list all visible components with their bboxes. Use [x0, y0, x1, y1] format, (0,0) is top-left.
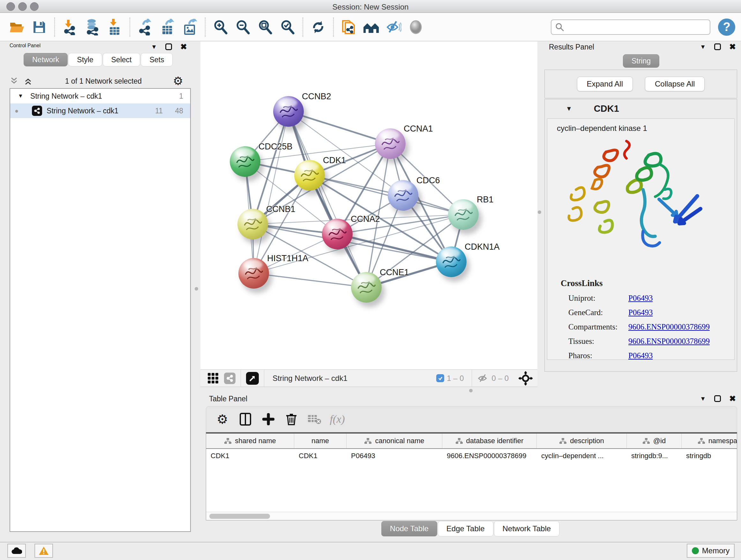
table-cell[interactable]: 9606.ENSP00000378699: [442, 449, 537, 463]
edge-CDK1-RB1[interactable]: [310, 175, 463, 214]
float-panel-icon[interactable]: ▼: [151, 44, 157, 51]
results-entry-header[interactable]: ▼ CDK1: [545, 99, 737, 118]
navigator-crosshair-icon[interactable]: [518, 371, 533, 386]
node-cdk1[interactable]: [294, 160, 325, 191]
export-network-button[interactable]: [136, 18, 154, 36]
column-header-canonical-name[interactable]: canonical name: [347, 434, 442, 448]
import-network-file-button[interactable]: [61, 18, 79, 36]
zoom-selected-button[interactable]: [279, 18, 296, 36]
network-share-view-icon[interactable]: [224, 373, 235, 384]
create-column-icon[interactable]: [259, 410, 278, 428]
collection-expand-icon[interactable]: ▼: [18, 93, 23, 99]
expand-all-chevron-icon[interactable]: [24, 77, 34, 85]
node-cdc6[interactable]: [388, 180, 418, 211]
column-header-database-identifier[interactable]: database identifier: [442, 434, 537, 448]
node-ccna2[interactable]: [322, 219, 353, 249]
edge-HIST1H1A-CCNE1[interactable]: [254, 273, 366, 287]
import-table-button[interactable]: [106, 18, 124, 36]
network-collection-row[interactable]: ▼ String Network – cdk1 1: [10, 89, 190, 104]
float-panel-icon[interactable]: ▼: [700, 395, 706, 402]
node-cdkn1a[interactable]: [436, 246, 467, 277]
hide-unhide-button[interactable]: [385, 18, 402, 36]
column-header-description[interactable]: description: [537, 434, 627, 448]
zoom-fit-button[interactable]: [256, 18, 274, 36]
network-row[interactable]: ● String Network – cdk1 11 48: [10, 104, 190, 118]
network-canvas[interactable]: CCNB2CCNA1CDC25BCDK1CDC6RB1CCNB1CCNA2CDK…: [200, 42, 537, 369]
column-header-name[interactable]: name: [294, 434, 347, 448]
close-panel-icon[interactable]: ✖: [729, 394, 736, 403]
node-ccna1[interactable]: [375, 128, 406, 159]
memory-button[interactable]: Memory: [687, 544, 735, 558]
tab-style[interactable]: Style: [68, 53, 102, 66]
zoom-out-button[interactable]: [234, 18, 252, 36]
search-input[interactable]: [551, 19, 711, 35]
table-cell[interactable]: CDK1: [294, 449, 347, 463]
crosslink-value-link[interactable]: 9606.ENSP00000378699: [628, 337, 710, 346]
grid-view-icon[interactable]: [207, 373, 219, 384]
import-network-database-button[interactable]: [83, 18, 101, 36]
edge-CCNB2-HIST1H1A[interactable]: [254, 111, 288, 273]
warning-status-button[interactable]: [35, 544, 53, 558]
table-cell[interactable]: stringdb:9...: [627, 449, 682, 463]
table-row[interactable]: CDK1CDK1P064939606.ENSP00000378699cyclin…: [206, 449, 737, 463]
network-options-gear-icon[interactable]: ⚙: [173, 75, 183, 87]
help-button[interactable]: ?: [718, 18, 735, 36]
node-ccnb1[interactable]: [238, 209, 268, 240]
entry-collapse-icon[interactable]: ▼: [566, 105, 572, 112]
maximize-panel-icon[interactable]: [714, 44, 721, 50]
delete-column-icon[interactable]: [282, 410, 300, 428]
table-cell[interactable]: stringdb: [682, 449, 737, 463]
table-cell[interactable]: cyclin–dependent ...: [537, 449, 627, 463]
table-cell[interactable]: P06493: [347, 449, 442, 463]
function-builder-icon[interactable]: f(x): [328, 410, 347, 428]
close-panel-icon[interactable]: ✖: [180, 42, 187, 51]
detach-view-icon[interactable]: [246, 372, 259, 385]
refresh-button[interactable]: [309, 18, 327, 36]
close-panel-icon[interactable]: ✖: [729, 42, 736, 51]
show-columns-icon[interactable]: [236, 410, 255, 428]
maximize-panel-icon[interactable]: [165, 44, 172, 50]
tab-sets[interactable]: Sets: [141, 53, 173, 66]
open-session-button[interactable]: [8, 18, 26, 36]
tab-network[interactable]: Network: [23, 53, 68, 66]
node-hist1h1a[interactable]: [239, 258, 269, 289]
table-cell[interactable]: CDK1: [206, 449, 294, 463]
column-header-shared-name[interactable]: shared name: [206, 434, 294, 448]
tab-edge-table[interactable]: Edge Table: [438, 521, 493, 537]
crosslink-value-link[interactable]: P06493: [628, 294, 653, 303]
export-table-button[interactable]: [158, 18, 177, 36]
node-cdc25b[interactable]: [230, 146, 260, 177]
delete-table-icon[interactable]: [305, 410, 324, 428]
crosslink-value-link[interactable]: 9606.ENSP00000378699: [628, 322, 710, 331]
sphere-button[interactable]: [407, 18, 425, 36]
cloud-status-button[interactable]: [7, 544, 26, 558]
hidden-eye-slash-icon[interactable]: [477, 374, 489, 383]
table-horizontal-scrollbar[interactable]: [206, 512, 737, 520]
bottom-splitter-handle[interactable]: [469, 389, 473, 392]
tab-node-table[interactable]: Node Table: [381, 521, 437, 537]
collapse-all-chevron-icon[interactable]: [10, 77, 20, 85]
scrollbar-thumb[interactable]: [209, 514, 270, 519]
selected-checkbox-icon[interactable]: [436, 374, 444, 382]
crosslink-value-link[interactable]: P06493: [628, 351, 653, 360]
table-options-gear-icon[interactable]: ⚙: [213, 410, 232, 428]
float-panel-icon[interactable]: ▼: [700, 44, 706, 51]
tab-select[interactable]: Select: [103, 53, 140, 66]
string-home-button[interactable]: [362, 18, 380, 36]
left-splitter-handle[interactable]: [195, 287, 198, 291]
column-header-namespace[interactable]: namespace: [682, 434, 737, 448]
crosslink-value-link[interactable]: P06493: [628, 308, 653, 317]
tab-network-table[interactable]: Network Table: [494, 521, 560, 537]
node-rb1[interactable]: [448, 199, 479, 230]
node-ccnb2[interactable]: [273, 96, 304, 127]
export-image-button[interactable]: [181, 18, 199, 36]
right-splitter-handle[interactable]: [538, 210, 541, 214]
maximize-panel-icon[interactable]: [714, 395, 721, 402]
expand-all-button[interactable]: Expand All: [577, 77, 633, 91]
tab-string[interactable]: String: [623, 54, 659, 68]
zoom-in-button[interactable]: [212, 18, 229, 36]
column-header--id[interactable]: @id: [627, 434, 682, 448]
annotation-network-button[interactable]: [340, 18, 358, 36]
collapse-all-button[interactable]: Collapse All: [645, 77, 704, 91]
node-ccne1[interactable]: [351, 272, 382, 303]
